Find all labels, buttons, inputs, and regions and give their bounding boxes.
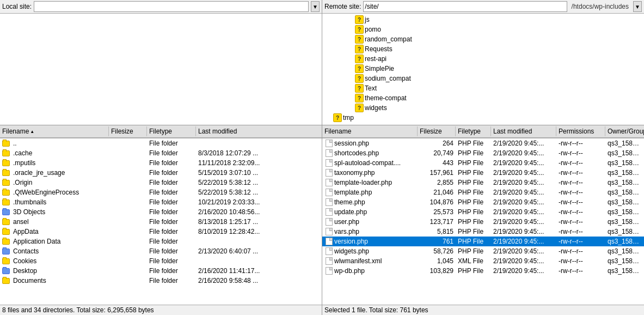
tree-item-label: sodium_compat [365,75,411,82]
remote-tree-content[interactable]: ? js ? pomo ? random_compat ? Requests ?… [322,14,644,125]
tree-item-label: SimplePie [365,65,394,72]
local-col-lastmod[interactable]: Last modified [196,126,322,136]
remote-file-row[interactable]: update.php 25,573 PHP File 2/19/2020 9:4… [322,207,644,217]
remote-file-row[interactable]: session.php 264 PHP File 2/19/2020 9:45:… [322,138,644,148]
file-icon [324,247,333,255]
local-col-filename[interactable]: Filename ▲ [0,126,109,136]
remote-path-dropdown[interactable]: ▼ [633,1,642,12]
local-file-row[interactable]: .QtWebEngineProcess File folder 5/22/201… [0,187,322,197]
local-filetype: File folder [147,139,196,148]
remote-owner: qs3_158212... [605,149,644,158]
folder-question-icon: ? [355,84,364,93]
remote-col-owner[interactable]: Owner/Group [605,126,644,136]
local-lastmod: 2/16/2020 9:58:48 ... [196,276,322,285]
local-file-row[interactable]: Documents File folder 2/16/2020 9:58:48 … [0,276,322,286]
remote-file-row[interactable]: vars.php 5,815 PHP File 2/19/2020 9:45:.… [322,227,644,237]
remote-tree-item[interactable]: ? random_compat [322,34,644,44]
remote-perms: -rw-r--r-- [556,178,605,187]
remote-tree-item[interactable]: ? Requests [322,44,644,54]
local-file-row[interactable]: .thumbnails File folder 10/21/2019 2:03:… [0,197,322,207]
local-lastmod [196,241,322,242]
remote-perms: -rw-r--r-- [556,217,605,226]
remote-tree-item[interactable]: ? sodium_compat [322,74,644,83]
local-col-filetype[interactable]: Filetype [147,126,196,136]
local-file-row[interactable]: Desktop File folder 2/16/2020 11:41:17..… [0,266,322,276]
remote-filetype: PHP File [456,217,491,226]
local-file-list[interactable]: .. File folder .cache File folder 8/3/20… [0,138,322,305]
remote-lastmod: 2/19/2020 9:45:... [491,208,556,216]
remote-file-row[interactable]: spl-autoload-compat.... 443 PHP File 2/1… [322,158,644,168]
remote-filesize: 2,855 [418,178,456,187]
local-file-row[interactable]: AppData File folder 8/10/2019 12:28:42..… [0,227,322,237]
remote-col-filetype[interactable]: Filetype [456,126,491,136]
remote-file-row[interactable]: user.php 123,717 PHP File 2/19/2020 9:45… [322,217,644,227]
remote-col-permissions[interactable]: Permissions [556,126,605,136]
local-filename: Documents [13,277,46,284]
remote-owner: qs3_158212... [605,188,644,197]
remote-col-filesize[interactable]: Filesize [418,126,456,136]
remote-tree-item[interactable]: ? theme-compat [322,93,644,103]
local-lastmod [196,143,322,144]
remote-file-row[interactable]: template-loader.php 2,855 PHP File 2/19/… [322,178,644,187]
local-col-filesize[interactable]: Filesize [109,126,147,136]
remote-file-row[interactable]: widgets.php 58,726 PHP File 2/19/2020 9:… [322,246,644,256]
folder-question-icon: ? [355,25,364,34]
remote-file-list[interactable]: session.php 264 PHP File 2/19/2020 9:45:… [322,138,644,305]
remote-col-lastmod[interactable]: Last modified [491,126,556,136]
folder-question-icon: ? [355,64,364,73]
remote-tree-item[interactable]: ? widgets [322,103,644,113]
local-file-row[interactable]: .Origin File folder 5/22/2019 5:38:12 ..… [0,178,322,187]
local-lastmod: 10/21/2019 2:03:33... [196,198,322,207]
remote-file-row[interactable]: version.php 761 PHP File 2/19/2020 9:45:… [322,237,644,246]
remote-tree-item[interactable]: ? pomo [322,25,644,34]
remote-file-row[interactable]: shortcodes.php 20,749 PHP File 2/19/2020… [322,148,644,158]
local-lastmod: 8/3/2018 12:07:29 ... [196,149,322,158]
local-filesize [109,280,147,281]
folder-icon [2,277,11,284]
local-file-row[interactable]: ansel File folder 8/13/2018 1:25:17 ... [0,217,322,227]
local-file-row[interactable]: Cookies File folder [0,256,322,266]
remote-lastmod: 2/19/2020 9:45:... [491,266,556,275]
local-file-row[interactable]: .oracle_jre_usage File folder 5/15/2019 … [0,168,322,178]
folder-icon [2,169,11,177]
remote-tree-item[interactable]: ? rest-api [322,54,644,64]
local-file-row[interactable]: .cache File folder 8/3/2018 12:07:29 ... [0,148,322,158]
remote-file-row[interactable]: wlwmanifest.xml 1,045 XML File 2/19/2020… [322,256,644,266]
folder-icon [2,198,11,206]
remote-file-row[interactable]: taxonomy.php 157,961 PHP File 2/19/2020 … [322,168,644,178]
tree-item-label: js [365,16,370,23]
local-filetype: File folder [147,237,196,246]
remote-file-row[interactable]: template.php 21,046 PHP File 2/19/2020 9… [322,187,644,197]
local-file-row[interactable]: .. File folder [0,138,322,148]
local-file-row[interactable]: Application Data File folder [0,237,322,246]
remote-lastmod: 2/19/2020 9:45:... [491,188,556,197]
local-file-row[interactable]: Contacts File folder 2/13/2020 6:40:07 .… [0,246,322,256]
remote-perms: -rw-r--r-- [556,168,605,177]
remote-filetype: PHP File [456,247,491,256]
local-file-row[interactable]: 3D Objects File folder 2/16/2020 10:48:5… [0,207,322,217]
local-path-input[interactable] [34,1,309,12]
remote-perms: -rw-r--r-- [556,266,605,275]
local-filename: Contacts [13,247,39,255]
folder-blue-icon [2,247,11,255]
remote-file-row[interactable]: wp-db.php 103,829 PHP File 2/19/2020 9:4… [322,266,644,276]
local-filename: Application Data [13,238,60,245]
local-filetype: File folder [147,247,196,256]
remote-file-row[interactable]: theme.php 104,876 PHP File 2/19/2020 9:4… [322,197,644,207]
remote-filename: template-loader.php [334,179,392,186]
remote-tree-item[interactable]: ? js [322,15,644,25]
tree-item-label: theme-compat [365,94,407,102]
remote-path-input[interactable] [363,1,567,12]
local-tree-content[interactable] [0,14,322,125]
remote-tree-item[interactable]: ? Text [322,83,644,93]
remote-tree-item[interactable]: ? SimplePie [322,64,644,74]
local-filetype: File folder [147,159,196,167]
remote-tree-item[interactable]: ? tmp [322,113,644,123]
remote-col-filename[interactable]: Filename [322,126,418,136]
file-icon [324,149,333,157]
local-path-dropdown[interactable]: ▼ [311,1,320,12]
local-lastmod: 2/13/2020 6:40:07 ... [196,247,322,256]
local-file-row[interactable]: .mputils File folder 11/11/2018 2:32:09.… [0,158,322,168]
local-filename: .oracle_jre_usage [13,169,65,177]
remote-filename: widgets.php [334,247,369,255]
